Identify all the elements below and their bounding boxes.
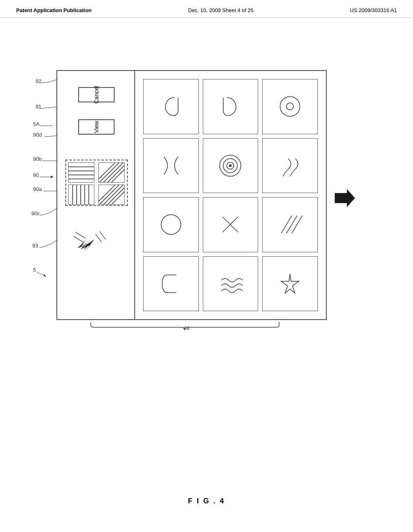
svg-line-14 bbox=[37, 272, 45, 276]
svg-point-43 bbox=[286, 103, 294, 110]
pattern-cell-8[interactable] bbox=[203, 197, 259, 252]
pattern-cell-1[interactable] bbox=[143, 79, 199, 134]
pattern-cell-2[interactable] bbox=[203, 79, 259, 134]
texture-swatch-90d bbox=[98, 162, 125, 183]
header-patent-number: US 2009/303316 A1 bbox=[350, 7, 397, 13]
svg-point-47 bbox=[229, 164, 232, 166]
svg-line-36 bbox=[73, 236, 83, 242]
svg-text:91: 91 bbox=[35, 104, 41, 110]
svg-line-53 bbox=[292, 216, 302, 233]
svg-line-33 bbox=[107, 187, 125, 205]
svg-line-38 bbox=[96, 234, 102, 242]
view-button[interactable]: View bbox=[78, 119, 115, 135]
main-content: 92 91 5A 90d 90b 90 90a 90c 93 5 bbox=[0, 18, 413, 526]
pattern-cell-3[interactable] bbox=[262, 79, 318, 134]
svg-line-25 bbox=[99, 163, 115, 179]
svg-text:5: 5 bbox=[33, 267, 36, 273]
svg-marker-54 bbox=[281, 274, 299, 293]
svg-text:5A: 5A bbox=[33, 121, 40, 127]
svg-line-22 bbox=[103, 163, 123, 183]
svg-line-34 bbox=[111, 191, 125, 205]
svg-line-51 bbox=[281, 216, 292, 233]
svg-line-35 bbox=[99, 185, 115, 201]
svg-marker-15 bbox=[44, 274, 46, 277]
pattern-cell-11[interactable] bbox=[203, 256, 259, 312]
svg-text:90c: 90c bbox=[31, 210, 40, 216]
left-panel: Cancel View bbox=[56, 70, 135, 320]
texture-grid-90 bbox=[65, 160, 128, 206]
svg-line-31 bbox=[99, 185, 119, 205]
right-panel-pattern-grid bbox=[135, 70, 327, 320]
svg-marker-9 bbox=[51, 176, 54, 178]
pattern-cell-6[interactable] bbox=[262, 138, 318, 193]
svg-text:90: 90 bbox=[33, 172, 39, 178]
pattern-cell-4[interactable] bbox=[143, 138, 199, 193]
svg-line-39 bbox=[100, 231, 106, 239]
figure-label: F I G . 4 bbox=[188, 497, 225, 505]
cancel-button[interactable]: Cancel bbox=[78, 87, 115, 102]
svg-text:90b: 90b bbox=[33, 156, 42, 162]
svg-point-42 bbox=[280, 97, 300, 116]
svg-line-52 bbox=[286, 216, 297, 233]
pattern-cell-5[interactable] bbox=[203, 138, 259, 193]
pattern-cell-10[interactable] bbox=[143, 256, 199, 312]
svg-text:90a: 90a bbox=[33, 186, 42, 192]
right-arrow-indicator bbox=[333, 187, 355, 211]
svg-marker-41 bbox=[81, 239, 94, 251]
texture-swatch-90a bbox=[68, 162, 94, 183]
header-publisher: Patent Application Publication bbox=[16, 7, 92, 13]
pattern-cell-7[interactable] bbox=[143, 197, 199, 252]
svg-line-21 bbox=[99, 163, 119, 183]
motion-lines-93 bbox=[69, 228, 122, 262]
pattern-cell-9[interactable] bbox=[262, 197, 318, 252]
page-header: Patent Application Publication Dec. 10, … bbox=[0, 0, 413, 18]
svg-line-24 bbox=[111, 169, 125, 183]
svg-line-23 bbox=[107, 165, 125, 183]
svg-text:90d: 90d bbox=[33, 132, 42, 138]
svg-marker-55 bbox=[335, 189, 355, 207]
texture-swatch-90c bbox=[98, 185, 125, 205]
diagram-container: Cancel View bbox=[56, 70, 327, 328]
svg-text:93: 93 bbox=[32, 243, 38, 249]
svg-text:92: 92 bbox=[35, 78, 41, 84]
svg-point-48 bbox=[161, 215, 181, 235]
header-date-sheet: Dec. 10, 2009 Sheet 4 of 25 bbox=[188, 7, 254, 13]
svg-line-37 bbox=[75, 232, 86, 238]
svg-line-32 bbox=[103, 185, 123, 205]
texture-swatch-90b bbox=[68, 185, 94, 205]
pattern-cell-12[interactable] bbox=[262, 256, 318, 312]
